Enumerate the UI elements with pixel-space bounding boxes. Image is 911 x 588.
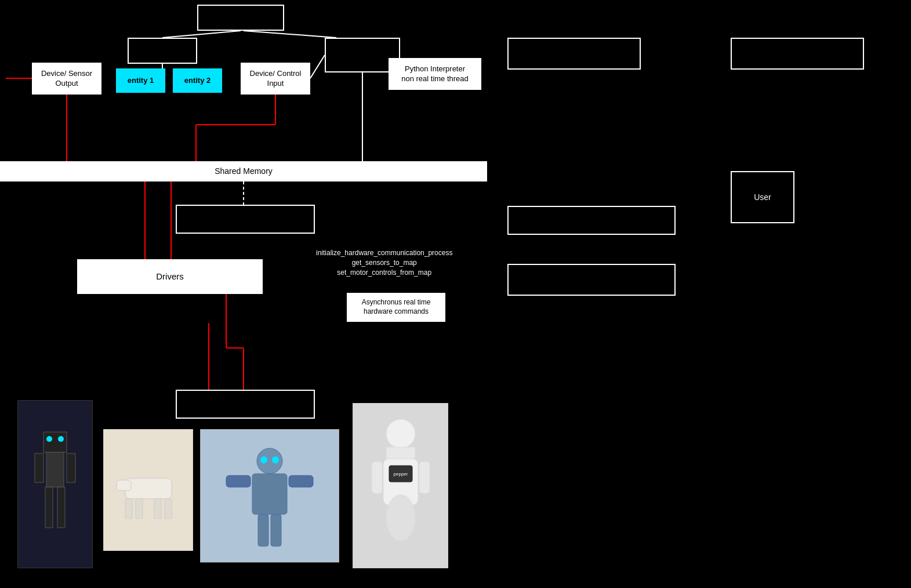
svg-rect-26 xyxy=(35,453,43,482)
svg-point-44 xyxy=(260,456,267,463)
svg-rect-49 xyxy=(372,462,382,493)
device-control-input: Device/ Control Input xyxy=(241,63,310,95)
svg-rect-35 xyxy=(154,499,161,519)
python-interpreter-label: Python Interpreternon real time thread xyxy=(401,64,469,84)
entity2-label: entity 2 xyxy=(184,76,211,86)
top-center-box xyxy=(197,5,284,31)
svg-rect-39 xyxy=(252,474,287,514)
async-rt-box: Asynchronus real timehardware commands xyxy=(347,293,445,322)
svg-rect-34 xyxy=(136,499,143,519)
device-sensor-output: Device/ Sensor Output xyxy=(32,63,101,95)
robot-blue-svg xyxy=(223,444,316,548)
robot-dog-svg xyxy=(114,461,183,519)
entity2-box[interactable]: entity 2 xyxy=(173,68,222,93)
svg-point-30 xyxy=(46,436,52,442)
bottom-process-box xyxy=(176,390,315,419)
svg-line-21 xyxy=(310,55,325,78)
robot-dog xyxy=(103,429,193,551)
svg-point-51 xyxy=(386,495,415,541)
svg-rect-43 xyxy=(271,514,281,546)
svg-rect-40 xyxy=(226,476,251,487)
top-left-mid-box xyxy=(128,38,197,64)
svg-rect-29 xyxy=(57,487,65,528)
robot-black xyxy=(17,400,93,568)
svg-rect-27 xyxy=(67,453,75,482)
hw-functions-label: initialize_hardware_communication_proces… xyxy=(316,248,452,277)
top-far-right-box xyxy=(507,38,641,70)
robot-blue xyxy=(200,429,339,562)
user-label: User xyxy=(754,192,771,202)
svg-rect-28 xyxy=(45,487,53,528)
device-sensor-label: Device/ Sensor Output xyxy=(33,69,100,89)
svg-rect-25 xyxy=(46,452,64,487)
top-far-right2-box xyxy=(731,38,864,70)
mid-process-box xyxy=(176,205,315,234)
drivers-label: Drivers xyxy=(156,271,184,282)
svg-rect-47 xyxy=(386,447,415,459)
entity1-label: entity 1 xyxy=(128,76,154,86)
svg-line-19 xyxy=(162,31,241,38)
svg-rect-42 xyxy=(258,514,268,546)
svg-rect-33 xyxy=(125,499,132,519)
svg-point-45 xyxy=(272,456,279,463)
svg-rect-36 xyxy=(165,499,172,519)
user-box: User xyxy=(731,171,794,223)
svg-point-31 xyxy=(58,436,64,442)
svg-rect-41 xyxy=(289,476,313,487)
device-control-label: Device/ Control Input xyxy=(242,69,309,89)
drivers-box: Drivers xyxy=(77,259,263,294)
shared-memory-box: Shared Memory xyxy=(0,161,487,182)
svg-rect-50 xyxy=(419,462,430,493)
shared-memory-label: Shared Memory xyxy=(215,166,273,176)
svg-rect-32 xyxy=(125,478,172,499)
python-interpreter-box: Python Interpreternon real time thread xyxy=(389,58,481,90)
svg-point-46 xyxy=(386,419,415,448)
robot-pepper: pepper xyxy=(353,403,448,568)
svg-text:pepper: pepper xyxy=(393,471,408,477)
svg-line-23 xyxy=(244,31,336,38)
right-box-2 xyxy=(507,264,676,296)
robot-black-svg xyxy=(29,426,81,542)
robot-pepper-svg: pepper xyxy=(366,416,435,556)
svg-rect-37 xyxy=(117,480,131,491)
entity1-box[interactable]: entity 1 xyxy=(116,68,165,93)
right-box-1 xyxy=(507,206,676,235)
svg-rect-24 xyxy=(43,432,67,452)
